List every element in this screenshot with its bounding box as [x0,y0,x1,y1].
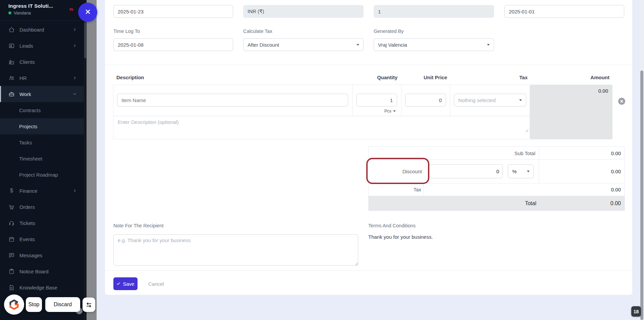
item-amount-cell: 0.00 [530,85,612,139]
resize-handle-icon[interactable] [525,128,529,131]
invoice-number-input [374,5,494,18]
user-name: Vandana [14,10,31,15]
sidebar-item-label: Clients [19,59,35,65]
sidebar-scrollbar-thumb[interactable] [84,21,86,58]
headset-icon [8,220,15,226]
sidebar-scrollbar[interactable] [84,0,87,320]
total-label: Total [369,196,539,211]
sidebar-item-dashboard[interactable]: Dashboard [0,21,84,38]
note-textarea[interactable] [113,234,358,266]
discount-value-input[interactable] [429,164,503,178]
sidebar-item-label: Events [19,236,35,242]
sidebar-item-contracts[interactable]: Contracts [0,102,84,118]
drawer-close-button[interactable] [78,3,97,22]
sidebar-item-finance[interactable]: $ Finance [0,183,84,199]
tax-row: Tax 0.00 [369,183,625,196]
workspace-header[interactable]: Ingress IT Soluti... Vandana IN [0,0,84,21]
form-card: Time Log To Calculate Tax After Discount… [105,0,632,295]
sidebar-item-label: Projects [19,124,37,129]
recorder-logo[interactable] [4,294,24,315]
swap-button[interactable] [83,298,95,312]
sidebar-item-tickets[interactable]: Tickets [0,215,84,231]
users-icon [8,75,15,81]
total-value: 0.00 [539,196,625,211]
sidebar-item-projects[interactable]: Projects [0,118,84,134]
sidebar-item-messages[interactable]: Messages [0,247,84,263]
discount-input-cell: % [427,160,539,183]
close-icon [85,9,91,15]
id-card-icon [8,43,15,49]
chevron-right-icon [72,76,77,80]
sidebar-item-label: Tasks [19,140,32,145]
sidebar-item-label: Contracts [19,107,41,113]
calendar-icon [8,236,15,242]
item-unit-select[interactable]: Pcs [384,109,396,113]
resize-handle-icon[interactable] [355,261,358,265]
currency-input [243,5,364,18]
sidebar-item-project-roadmap[interactable]: Project Roadmap [0,167,84,183]
sidebar-item-hr[interactable]: HR [0,70,84,86]
calculate-tax-value: After Discount [248,42,279,48]
brand-badge: IN [69,7,73,11]
chevron-down-icon [519,99,522,101]
sidebar-item-clients[interactable]: Clients [0,54,84,70]
col-header-unit-price: Unit Price [405,75,447,80]
item-tax-select[interactable]: Nothing selected [454,94,526,106]
sidebar-item-label: Project Roadmap [19,172,58,178]
footer-divider [105,270,632,271]
item-unit-price-input[interactable] [405,94,446,106]
sidebar-item-label: Orders [19,204,35,210]
item-name-input[interactable] [117,94,348,106]
clipboard-icon [8,268,15,275]
chat-icon [8,252,15,259]
sidebar-item-label: Finance [19,188,37,194]
sidebar-item-knowledge-base[interactable]: Knowledge Base [0,279,84,295]
discount-unit-select[interactable]: % [508,164,534,178]
col-header-quantity: Quantity [352,75,397,80]
sidebar-item-timesheet[interactable]: Timesheet [0,150,84,167]
app-root: Ingress IT Soluti... Vandana IN Dashboar… [0,0,644,320]
document-icon [8,284,15,291]
sidebar-menu: Dashboard Leads Clients HR Work [0,21,84,295]
time-log-from-input[interactable] [504,5,624,18]
online-status-icon [8,11,11,14]
sidebar-item-orders[interactable]: Orders [0,199,84,215]
chevron-right-icon [72,188,77,193]
subtotal-value: 0.00 [539,147,625,159]
sidebar: Ingress IT Soluti... Vandana IN Dashboar… [0,0,84,320]
generated-by-select[interactable]: Vraj Valencia [374,38,494,51]
item-description-textarea[interactable]: Enter Description (optional) [114,116,530,139]
sidebar-item-leads[interactable]: Leads [0,38,84,54]
sidebar-item-label: Timesheet [19,156,42,162]
sidebar-item-work[interactable]: Work [0,86,84,102]
page-scrollbar-thumb[interactable] [640,71,643,320]
check-icon [116,282,120,286]
col-header-amount: Amount [576,75,609,80]
delete-item-button[interactable] [618,98,625,105]
summary-table: Sub Total 0.00 Discount % 0.00 Tax [368,146,625,211]
home-icon [8,27,15,33]
sidebar-item-notice-board[interactable]: Notice Board [0,263,84,279]
swap-arrows-icon [85,301,93,309]
item-description-placeholder: Enter Description (optional) [118,119,179,125]
sidebar-item-label: Leads [19,43,33,49]
stop-button[interactable]: Stop [26,297,42,312]
sidebar-item-tasks[interactable]: Tasks [0,134,84,150]
invoice-date-input[interactable] [113,5,233,18]
sidebar-item-label: Knowledge Base [19,285,57,290]
col-header-tax: Tax [494,75,528,80]
time-log-to-input[interactable] [113,38,233,51]
item-quantity-input[interactable] [356,94,397,106]
sidebar-item-events[interactable]: Events [0,231,84,247]
generated-by-label: Generated By [374,29,404,34]
save-button[interactable]: Save [113,277,138,290]
chevron-right-icon [72,27,77,32]
cancel-button[interactable]: Cancel [146,277,166,290]
page-scrollbar[interactable] [640,0,644,320]
save-label: Save [123,281,134,287]
item-unit-value: Pcs [384,109,391,113]
briefcase-icon [8,91,15,97]
calculate-tax-select[interactable]: After Discount [243,38,364,51]
chevron-down-icon [487,44,490,46]
discard-button[interactable]: Discard [45,297,80,312]
